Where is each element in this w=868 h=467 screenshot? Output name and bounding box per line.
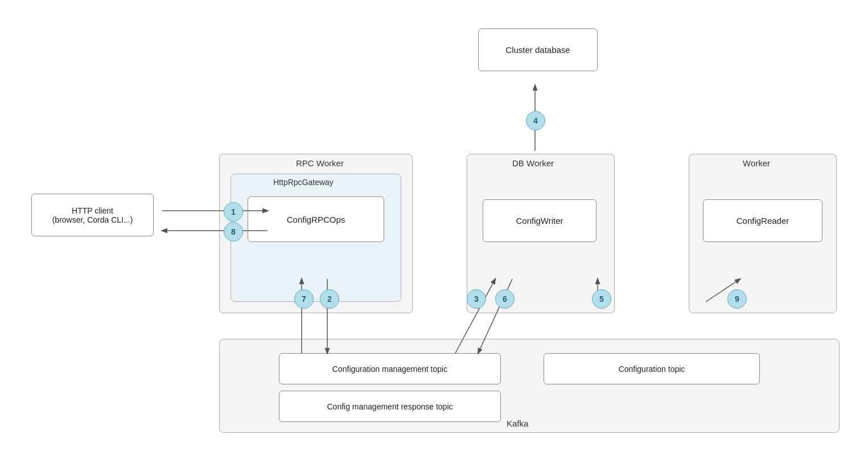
config-topic-box: Configuration topic xyxy=(544,353,760,384)
config-mgmt-topic-box: Configuration management topic xyxy=(279,353,501,384)
config-reader-box: ConfigReader xyxy=(703,199,822,242)
config-mgmt-response-box: Config management response topic xyxy=(279,391,501,422)
cluster-database-box: Cluster database xyxy=(478,28,598,71)
http-client-box: HTTP client(browser, Corda CLI...) xyxy=(31,194,154,236)
config-topic-label: Configuration topic xyxy=(619,364,685,374)
config-writer-label: ConfigWriter xyxy=(516,216,563,226)
node-8: 8 xyxy=(224,222,243,241)
node-3: 3 xyxy=(467,289,486,309)
config-rpc-ops-label: ConfigRPCOps xyxy=(287,215,345,224)
http-client-label: HTTP client(browser, Corda CLI...) xyxy=(52,206,133,224)
db-worker-label: DB Worker xyxy=(512,158,554,168)
node-5: 5 xyxy=(592,289,611,309)
worker-label: Worker xyxy=(743,158,770,168)
node-7: 7 xyxy=(294,289,314,309)
config-reader-label: ConfigReader xyxy=(737,216,789,226)
config-writer-box: ConfigWriter xyxy=(483,199,597,242)
node-6: 6 xyxy=(495,289,515,309)
diagram-container: Cluster database HTTP client(browser, Co… xyxy=(0,0,868,467)
http-rpc-gateway-label: HttpRpcGateway xyxy=(273,178,334,187)
config-rpc-ops-box: ConfigRPCOps xyxy=(248,196,384,242)
node-9: 9 xyxy=(727,289,747,309)
node-1: 1 xyxy=(224,202,243,222)
cluster-database-label: Cluster database xyxy=(505,45,570,55)
config-mgmt-topic-label: Configuration management topic xyxy=(332,364,447,374)
node-4: 4 xyxy=(526,111,545,130)
rpc-worker-label: RPC Worker xyxy=(296,158,344,168)
node-2: 2 xyxy=(320,289,339,309)
kafka-label: Kafka xyxy=(507,419,528,428)
config-mgmt-response-label: Config management response topic xyxy=(327,402,452,411)
